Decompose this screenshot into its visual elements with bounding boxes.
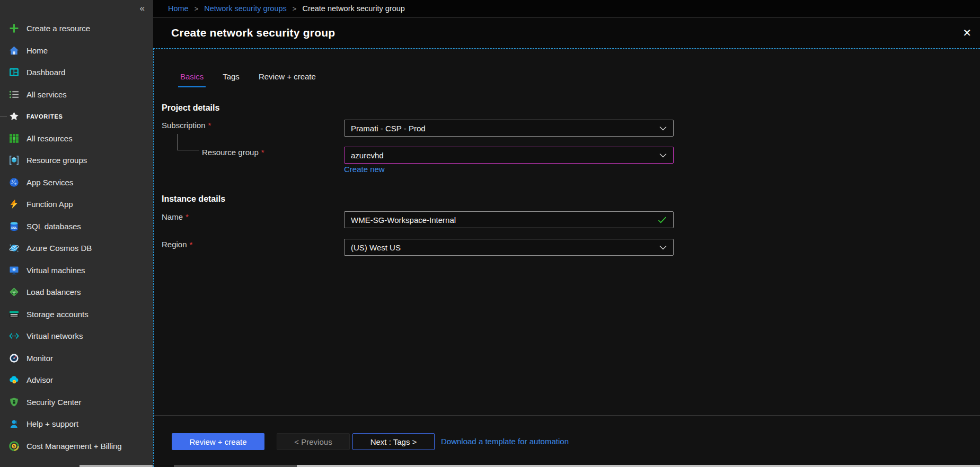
required-asterisk: * <box>208 121 211 130</box>
sidebar-item-help-support[interactable]: Help + support <box>0 413 153 435</box>
footer-divider <box>154 415 980 416</box>
subscription-label: Subscription* <box>162 121 211 130</box>
blade-titlebar: Create network security group ✕ <box>153 17 980 48</box>
advisor-icon <box>9 375 19 385</box>
region-label: Region* <box>162 240 192 249</box>
sidebar-item-label: FAVORITES <box>27 113 63 120</box>
chevron-down-icon <box>659 126 667 131</box>
name-label: Name* <box>162 212 189 221</box>
required-asterisk: * <box>261 148 264 157</box>
horizontal-scrollbar-thumb[interactable] <box>297 465 980 467</box>
subscription-value: Pramati - CSP - Prod <box>351 124 426 133</box>
resource-group-connector-line <box>177 134 199 150</box>
sidebar-item-label: Home <box>27 46 48 55</box>
sidebar-item-app-services[interactable]: App Services <box>0 172 153 194</box>
sidebar-item-advisor[interactable]: Advisor <box>0 369 153 391</box>
sidebar-item-label: All resources <box>27 134 73 143</box>
plus-icon <box>9 23 19 33</box>
star-icon <box>9 111 19 121</box>
sidebar-item-label: Dashboard <box>27 68 65 77</box>
function-app-icon <box>9 199 19 209</box>
monitor-icon <box>9 353 19 363</box>
sidebar-item-label: Virtual networks <box>27 331 83 340</box>
sidebar-item-label: Storage accounts <box>27 310 89 319</box>
sidebar-item-home[interactable]: Home <box>0 40 153 62</box>
breadcrumb-home-link[interactable]: Home <box>168 4 189 13</box>
name-input[interactable]: WME-SG-Workspace-Internal <box>344 211 674 228</box>
sidebar-section-favorites: FAVORITES <box>0 105 153 128</box>
sidebar-item-all-services[interactable]: All services <box>0 84 153 106</box>
load-balancers-icon <box>9 287 19 297</box>
sidebar-item-resource-groups[interactable]: Resource groups <box>0 149 153 172</box>
tab-basics[interactable]: Basics <box>178 72 206 87</box>
sidebar-item-create-a-resource[interactable]: Create a resource <box>0 17 153 40</box>
chevron-down-icon <box>659 245 667 250</box>
sidebar-item-all-resources[interactable]: All resources <box>0 128 153 150</box>
sidebar-item-virtual-networks[interactable]: Virtual networks <box>0 325 153 347</box>
breadcrumb-nsg-link[interactable]: Network security groups <box>204 4 287 13</box>
previous-button[interactable]: < Previous <box>277 433 350 450</box>
sidebar-item-label: Virtual machines <box>27 266 85 275</box>
sidebar-item-function-app[interactable]: Function App <box>0 193 153 215</box>
sidebar-item-label: Load balancers <box>27 288 81 297</box>
chevron-down-icon <box>659 153 667 158</box>
review-create-button[interactable]: Review + create <box>172 433 264 450</box>
sidebar-item-storage-accounts[interactable]: Storage accounts <box>0 303 153 326</box>
sidebar-item-azure-cosmos-db[interactable]: Azure Cosmos DB <box>0 237 153 259</box>
tab-review-create[interactable]: Review + create <box>257 72 318 87</box>
region-dropdown[interactable]: (US) West US <box>344 239 674 256</box>
all-services-icon <box>9 89 19 100</box>
create-new-link[interactable]: Create new <box>344 165 385 174</box>
all-resources-icon <box>9 133 19 143</box>
sidebar-item-label: Cost Management + Billing <box>27 442 122 451</box>
tab-tags[interactable]: Tags <box>220 72 242 87</box>
breadcrumb: Home > Network security groups > Create … <box>153 0 980 17</box>
region-value: (US) West US <box>351 243 401 252</box>
sidebar-item-monitor[interactable]: Monitor <box>0 347 153 370</box>
sidebar-item-cost-management-billing[interactable]: $Cost Management + Billing <box>0 435 153 457</box>
sidebar-item-label: Security Center <box>27 398 81 407</box>
sidebar-item-label: Create a resource <box>27 24 90 33</box>
page-title: Create network security group <box>171 26 335 39</box>
sidebar-nav: Create a resourceHomeDashboardAll servic… <box>0 17 153 457</box>
next-tags-button[interactable]: Next : Tags > <box>352 433 435 450</box>
sql-databases-icon: SQL <box>9 221 19 231</box>
resource-group-dropdown[interactable]: azurevhd <box>344 147 674 164</box>
resource-group-label: Resource group* <box>202 148 264 157</box>
sidebar-item-label: Function App <box>27 200 73 209</box>
sidebar-item-virtual-machines[interactable]: Virtual machines <box>0 259 153 282</box>
sidebar-item-sql-databases[interactable]: SQLSQL databases <box>0 215 153 238</box>
sidebar-item-load-balancers[interactable]: Load balancers <box>0 281 153 303</box>
horizontal-scrollbar-track[interactable] <box>174 465 297 467</box>
svg-text:SQL: SQL <box>11 226 17 229</box>
name-value: WME-SG-Workspace-Internal <box>351 215 456 224</box>
download-template-link[interactable]: Download a template for automation <box>441 437 569 446</box>
sidebar-item-label: Resource groups <box>27 156 87 165</box>
sidebar-collapse-chevron-icon[interactable]: « <box>140 4 145 13</box>
storage-accounts-icon <box>9 309 19 319</box>
sidebar: « Create a resourceHomeDashboardAll serv… <box>0 0 153 467</box>
sidebar-item-label: All services <box>27 90 67 99</box>
cost-management-icon: $ <box>9 441 19 451</box>
instance-details-heading: Instance details <box>162 194 225 204</box>
sidebar-item-label: Help + support <box>27 419 78 428</box>
breadcrumb-separator-icon: > <box>293 5 297 13</box>
breadcrumb-separator-icon: > <box>195 5 199 13</box>
sidebar-item-dashboard[interactable]: Dashboard <box>0 61 153 84</box>
main-area: Home > Network security groups > Create … <box>153 0 980 467</box>
project-details-heading: Project details <box>162 103 219 113</box>
sidebar-item-label: Azure Cosmos DB <box>27 244 92 253</box>
app-services-icon <box>9 177 19 187</box>
sidebar-item-security-center[interactable]: Security Center <box>0 391 153 414</box>
subscription-dropdown[interactable]: Pramati - CSP - Prod <box>344 120 674 137</box>
sidebar-horizontal-scrollbar[interactable] <box>80 465 153 467</box>
help-support-icon <box>9 419 19 429</box>
resource-group-value: azurevhd <box>351 151 384 160</box>
dashboard-icon <box>9 67 19 77</box>
sidebar-item-label: App Services <box>27 178 73 187</box>
virtual-networks-icon <box>9 331 19 341</box>
sidebar-item-label: SQL databases <box>27 222 81 231</box>
svg-text:$: $ <box>13 444 15 448</box>
home-icon <box>9 46 19 56</box>
close-icon[interactable]: ✕ <box>963 28 972 38</box>
